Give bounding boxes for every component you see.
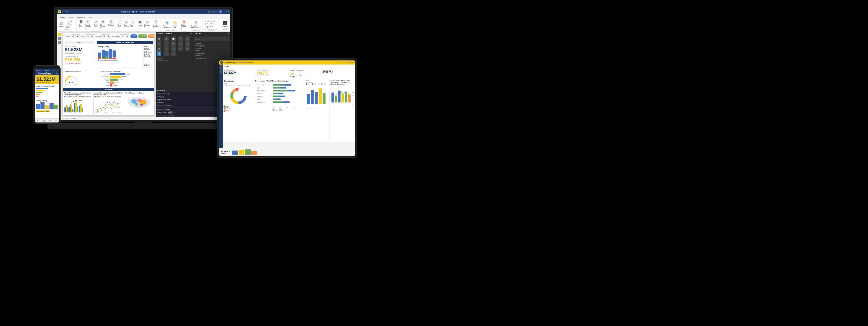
area-filter-label: Area (81, 35, 85, 37)
tab-home[interactable]: Home (59, 16, 67, 19)
viz-icon-donut[interactable]: ◎ (157, 42, 161, 46)
enter-data-button[interactable]: 📝EnterData (93, 19, 98, 30)
phone-home-icon[interactable]: ⊞ (37, 119, 39, 121)
tablet-forward-btn[interactable]: → (343, 61, 345, 63)
phone-chart-icon[interactable]: 📊 (43, 119, 45, 121)
viz-icon-card[interactable]: ▣ (157, 47, 161, 51)
tab-help[interactable]: Help (87, 16, 94, 19)
tablet-screen: P Executive Report › Executive Dashboard… (219, 60, 355, 156)
shapes-button[interactable]: ⬡Shapes ▾ (144, 19, 151, 30)
lighting-pill[interactable]: Lighting (148, 34, 154, 38)
tablet-sidebar-home[interactable] (220, 65, 222, 68)
keep-all-state: Off (174, 112, 176, 113)
viz-icon-funnel[interactable]: ▽ (178, 42, 183, 46)
viz-icon-area[interactable]: ▲ (178, 36, 183, 41)
recent-sources-button[interactable]: ⏱RecentSources ▾ (84, 19, 93, 30)
viz-icon-scatter[interactable]: ⁘ (164, 42, 168, 46)
revenue-annual-svg: Jan 2011 Apr 2011 Jul 2011 Oct 2011 (94, 98, 123, 114)
svg-text:Spam: Spam (274, 109, 277, 111)
tablet-search-icon[interactable]: 🔍 (346, 61, 348, 63)
area-filter-select[interactable]: C88 (85, 34, 94, 38)
publish-button[interactable]: 📤Publish (222, 21, 228, 28)
tablet-more-icon[interactable]: ⋯ (352, 61, 354, 63)
get-data-button[interactable]: 🗄GetData ▾ (78, 19, 84, 30)
tablet-ar-value: $1.523M (224, 71, 254, 74)
phone-search-icon[interactable]: 🔍 (56, 73, 58, 75)
svg-text:Q3: Q3 (315, 108, 316, 109)
viz-icon-matrix[interactable]: ⋮ (171, 47, 176, 51)
field-actual[interactable]: ▷ Actual (194, 42, 229, 45)
fields-expand-icon[interactable]: › (228, 32, 229, 35)
visualizations-expand-icon[interactable]: › (191, 32, 192, 35)
tablet-settings-icon[interactable]: ⚙ (349, 61, 351, 63)
new-visual-button[interactable]: 📊NewVisual (124, 19, 129, 30)
distribution-filter-label: Distribution (112, 35, 120, 37)
ask-question-button[interactable]: ❓Ask AQuestion (152, 19, 160, 30)
variance-pct-label: Variance to Budget % (64, 71, 81, 72)
field-product[interactable]: ▷ Product (194, 55, 229, 57)
viz-icon-map[interactable]: 🗺 (171, 42, 176, 46)
viz-icon-table[interactable]: ⊞ (164, 47, 168, 51)
field-period[interactable]: ▷ Period (194, 47, 229, 50)
new-column-button[interactable]: 📋New Column (204, 23, 219, 25)
manage-relationships-button[interactable]: 🔗ManageRelationships (191, 20, 202, 29)
svg-rect-51 (36, 92, 42, 93)
decor-pill[interactable]: Decor (130, 34, 137, 38)
from-marketplace-button[interactable]: 🏪FromMarketplace (162, 20, 172, 29)
keep-all-toggle[interactable] (168, 111, 173, 114)
viz-icon-bar[interactable]: ▦ (157, 36, 161, 41)
field-geography[interactable]: ▷ Geography (194, 45, 229, 47)
laptop-base (48, 123, 240, 129)
viz-icon-python[interactable]: Py (157, 51, 161, 56)
product-filter-select[interactable]: All (71, 34, 80, 38)
revenue-dining-svg: CA Rec. CA Add 3A Rec. 3A3 Non (64, 98, 92, 114)
viz-icon-kpi[interactable]: K (178, 47, 183, 51)
tablet-sidebar-model[interactable] (220, 71, 222, 74)
tablet-variance-subtitle: Budget (221, 152, 230, 154)
sidebar-report-icon[interactable] (58, 33, 61, 36)
field-pricinglavel[interactable]: ▷ Pricinglavel (194, 52, 229, 55)
new-quick-measure-button[interactable]: ⚡New Quick Measure (204, 25, 219, 29)
phone-more-icon[interactable]: ⋯ (55, 119, 57, 121)
viz-icon-more[interactable]: … (164, 51, 168, 56)
executive-summary-tab[interactable]: Executive Summary (58, 117, 78, 120)
phone-chart-label: Actual Revenue by Product (36, 85, 58, 87)
switch-theme-button[interactable]: 🎨SwitchTheme ▾ (180, 19, 188, 30)
new-page-button[interactable]: 📄NewPage ▾ (117, 19, 123, 30)
viz-icon-gauge[interactable]: ◷ (185, 42, 190, 46)
distribution-filter-select[interactable]: All (120, 34, 129, 38)
furniture-pill[interactable]: Furniture (138, 34, 147, 38)
sidebar-data-icon[interactable] (58, 37, 61, 40)
fields-search-input[interactable] (194, 37, 229, 41)
phone-active-tab[interactable]: Executive Summary (36, 110, 50, 112)
viz-icon-slicer[interactable]: ☰ (185, 47, 190, 51)
format-painter-button[interactable]: 🖌 Format Painter (64, 25, 75, 28)
paste-button[interactable]: 📋 Paste (59, 21, 64, 28)
phone-play-icon[interactable]: ▶ (50, 119, 51, 121)
viz-icon-col[interactable]: ▤ (164, 36, 168, 41)
copy-button[interactable]: 📋 Copy (64, 23, 75, 25)
svg-text:● Pillows: ● Pillows (150, 66, 151, 66)
tablet-revenue-profit-section: Revenue and Profit by product category S… (254, 79, 305, 142)
tablet-sidebar-data[interactable] (220, 69, 222, 71)
image-button[interactable]: 🖼Image (137, 19, 143, 30)
field-plan[interactable]: ▷ Plan (194, 50, 229, 52)
viz-icon-settings[interactable]: ⚙ (171, 51, 176, 56)
phone-back-btn[interactable]: ← (36, 73, 37, 75)
viz-icon-pie[interactable]: ◑ (185, 36, 190, 41)
tab-modeling[interactable]: Modeling (75, 16, 86, 19)
country-filter-select[interactable]: All (101, 34, 110, 38)
ribbon-relationships-group: 🔗ManageRelationships Relationships (190, 19, 203, 31)
cut-button[interactable]: ✂ Cut (64, 21, 75, 23)
vtb-section-title: Variance to Budget (97, 41, 153, 44)
svg-rect-5 (149, 64, 150, 65)
tablet-back-btn[interactable]: ← (340, 61, 342, 63)
tab-view[interactable]: View (67, 16, 75, 19)
sidebar-model-icon[interactable] (58, 41, 61, 44)
from-file-button[interactable]: 📂FromFile (173, 20, 178, 29)
viz-icon-line[interactable]: 📈 (171, 36, 176, 41)
new-measure-button[interactable]: 📐New Measure (204, 20, 219, 22)
edit-queries-button[interactable]: ⚙EditQueries ▾ (99, 19, 107, 30)
refresh-button[interactable]: 🔄Refresh (107, 19, 115, 30)
text-box-button[interactable]: TText Box (130, 19, 137, 30)
